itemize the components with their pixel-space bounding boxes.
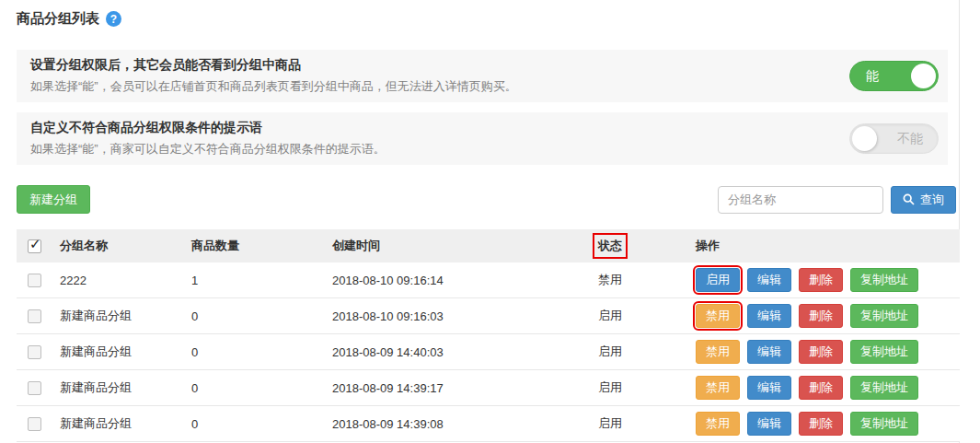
toggle-on-label: 能: [866, 62, 879, 90]
new-group-button[interactable]: 新建分组: [17, 185, 90, 214]
cell-quantity: 1: [191, 274, 332, 287]
cell-created-time: 2018-08-10 09:16:03: [332, 309, 598, 323]
setting-description: 如果选择“能”，商家可以自定义不符合商品分组权限条件的提示语。: [30, 141, 386, 157]
copy-address-button[interactable]: 复制地址: [850, 268, 918, 292]
page-title: 商品分组列表: [17, 10, 99, 28]
cell-status: 启用: [598, 308, 696, 324]
search-input[interactable]: [718, 186, 883, 214]
setting-text: 自定义不符合商品分组权限条件的提示语 如果选择“能”，商家可以自定义不符合商品分…: [30, 120, 386, 157]
disable-button[interactable]: 禁用: [696, 340, 740, 364]
setting-text: 设置分组权限后，其它会员能否看到分组中商品 如果选择“能”，会员可以在店铺首页和…: [30, 57, 517, 95]
copy-address-button[interactable]: 复制地址: [850, 412, 918, 436]
cell-actions: 禁用 编辑 删除 复制地址: [696, 340, 960, 364]
cell-group-name: 新建商品分组: [60, 379, 191, 396]
cell-actions: 禁用 编辑 删除 复制地址: [696, 304, 960, 328]
setting-description: 如果选择“能”，会员可以在店铺首页和商品列表页看到分组中商品，但无法进入详情页购…: [30, 78, 517, 95]
row-checkbox[interactable]: [28, 417, 41, 431]
enable-button[interactable]: 启用: [696, 268, 740, 292]
cell-status: 禁用: [598, 272, 696, 288]
cell-created-time: 2018-08-10 09:16:14: [332, 274, 598, 287]
cell-status: 启用: [598, 379, 696, 396]
table-header-row: 分组名称 商品数量 创建时间 状态 操作: [17, 229, 960, 262]
edit-button[interactable]: 编辑: [747, 376, 791, 400]
table-row: 新建商品分组 0 2018-08-10 09:16:03 启用 禁用 编辑 删除…: [17, 298, 960, 334]
group-table: 分组名称 商品数量 创建时间 状态 操作 2222 1 2018-08-10 0…: [17, 229, 960, 442]
cell-status: 启用: [598, 415, 696, 432]
toolbar-search-area: 查询: [718, 186, 956, 214]
row-checkbox[interactable]: [28, 381, 41, 395]
cell-created-time: 2018-08-09 14:39:17: [332, 381, 598, 395]
table-row: 2222 1 2018-08-10 09:16:14 禁用 启用 编辑 删除 复…: [17, 262, 960, 298]
cell-group-name: 2222: [60, 274, 191, 287]
search-button[interactable]: 查询: [891, 186, 956, 214]
setting-panel-group-permission: 设置分组权限后，其它会员能否看到分组中商品 如果选择“能”，会员可以在店铺首页和…: [17, 50, 948, 102]
copy-address-button[interactable]: 复制地址: [850, 376, 918, 400]
page-header: 商品分组列表 ?: [0, 0, 959, 28]
cell-group-name: 新建商品分组: [60, 308, 191, 324]
row-checkbox[interactable]: [28, 274, 41, 287]
toggle-visible-switch[interactable]: 能: [849, 61, 939, 91]
header-status: 状态: [598, 238, 696, 254]
status-annotation-box: 状态: [593, 233, 628, 259]
toggle-knob: [852, 126, 877, 151]
table-row: 新建商品分组 0 2018-08-09 14:39:08 启用 禁用 编辑 删除…: [17, 406, 960, 442]
table-row: 新建商品分组 0 2018-08-09 14:39:17 启用 禁用 编辑 删除…: [17, 370, 960, 406]
row-checkbox[interactable]: [28, 309, 41, 323]
delete-button[interactable]: 删除: [799, 340, 843, 364]
toggle-off-label: 不能: [897, 124, 923, 153]
cell-quantity: 0: [191, 345, 332, 359]
cell-quantity: 0: [191, 381, 332, 395]
copy-address-button[interactable]: 复制地址: [850, 340, 918, 364]
cell-actions: 禁用 编辑 删除 复制地址: [696, 412, 960, 436]
cell-actions: 启用 编辑 删除 复制地址: [696, 268, 960, 292]
copy-address-button[interactable]: 复制地址: [850, 304, 918, 328]
cell-quantity: 0: [191, 417, 332, 431]
setting-title: 自定义不符合商品分组权限条件的提示语: [30, 120, 386, 136]
disable-button[interactable]: 禁用: [696, 412, 740, 436]
select-all-checkbox[interactable]: [28, 239, 41, 253]
header-group-name: 分组名称: [60, 238, 191, 254]
setting-panel-custom-tip: 自定义不符合商品分组权限条件的提示语 如果选择“能”，商家可以自定义不符合商品分…: [17, 112, 948, 165]
cell-created-time: 2018-08-09 14:39:08: [332, 417, 598, 431]
delete-button[interactable]: 删除: [799, 268, 843, 292]
cell-actions: 禁用 编辑 删除 复制地址: [696, 376, 960, 400]
setting-title: 设置分组权限后，其它会员能否看到分组中商品: [30, 57, 517, 74]
cell-group-name: 新建商品分组: [60, 344, 191, 360]
header-actions: 操作: [696, 238, 960, 254]
edit-button[interactable]: 编辑: [747, 268, 791, 292]
toolbar: 新建分组 查询: [17, 185, 956, 214]
delete-button[interactable]: 删除: [799, 304, 843, 328]
cell-status: 启用: [598, 344, 696, 360]
cell-group-name: 新建商品分组: [60, 415, 191, 432]
disable-button[interactable]: 禁用: [696, 376, 740, 400]
cell-created-time: 2018-08-09 14:40:03: [332, 345, 598, 359]
edit-button[interactable]: 编辑: [747, 412, 791, 436]
search-button-label: 查询: [920, 192, 944, 208]
help-icon[interactable]: ?: [106, 11, 121, 27]
delete-button[interactable]: 删除: [799, 412, 843, 436]
page-container: 商品分组列表 ? 设置分组权限后，其它会员能否看到分组中商品 如果选择“能”，会…: [0, 0, 960, 443]
edit-button[interactable]: 编辑: [747, 304, 791, 328]
toggle-custom-tip-switch[interactable]: 不能: [849, 123, 939, 154]
header-quantity: 商品数量: [191, 238, 332, 254]
table-row: 新建商品分组 0 2018-08-09 14:40:03 启用 禁用 编辑 删除…: [17, 334, 960, 370]
search-icon: [903, 193, 915, 205]
cell-quantity: 0: [191, 309, 332, 323]
toggle-knob: [911, 64, 936, 88]
row-checkbox[interactable]: [28, 345, 41, 359]
delete-button[interactable]: 删除: [799, 376, 843, 400]
disable-button[interactable]: 禁用: [696, 304, 740, 328]
header-created-time: 创建时间: [332, 238, 598, 254]
edit-button[interactable]: 编辑: [747, 340, 791, 364]
